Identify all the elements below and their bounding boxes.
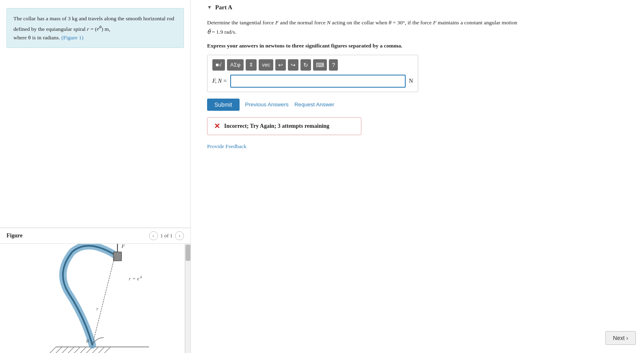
input-row: F, N = N — [212, 75, 413, 88]
svg-line-2 — [56, 347, 62, 353]
problem-description: Determine the tangential force F and the… — [207, 18, 573, 37]
next-button[interactable]: Next › — [605, 331, 636, 345]
error-text: Incorrect; Try Again; 3 attempts remaini… — [224, 123, 329, 129]
theta-dot-text: θ̇ = 1.9 rad/s. — [207, 29, 236, 35]
help-button[interactable]: ? — [329, 59, 338, 71]
figure-nav: ‹ 1 of 1 › — [149, 231, 184, 240]
request-answer-link[interactable]: Request Answer — [294, 101, 334, 108]
figure-scrollbar[interactable] — [185, 244, 190, 353]
right-panel: ▼ Part A Determine the tangential force … — [191, 0, 644, 353]
previous-answers-link[interactable]: Previous Answers — [245, 101, 289, 108]
figure-counter: 1 of 1 — [160, 232, 173, 239]
svg-line-6 — [80, 347, 86, 353]
svg-rect-11 — [113, 252, 121, 261]
error-box: ✕ Incorrect; Try Again; 3 attempts remai… — [207, 117, 361, 135]
svg-text:r = e: r = e — [129, 276, 139, 282]
svg-line-14 — [93, 257, 115, 345]
answer-input[interactable] — [230, 75, 406, 88]
figure-link[interactable]: (Figure 1) — [61, 34, 83, 41]
svg-text:θ: θ — [140, 275, 142, 279]
svg-line-4 — [68, 347, 74, 353]
redo-button[interactable]: ↪ — [288, 59, 298, 71]
figure-prev-btn[interactable]: ‹ — [149, 231, 158, 240]
figure-svg: F r r = e θ θ — [0, 244, 185, 353]
svg-line-10 — [104, 347, 110, 353]
submit-button[interactable]: Submit — [207, 99, 240, 111]
keyboard-button[interactable]: ⌨ — [313, 59, 327, 71]
unit-label: N — [409, 78, 413, 84]
figure-canvas: F r r = e θ θ — [0, 243, 190, 353]
vec-button[interactable]: vec — [259, 59, 273, 71]
express-instruction: Express your answers in newtons to three… — [207, 43, 632, 49]
figure-header: Figure ‹ 1 of 1 › — [0, 228, 190, 243]
figure-title: Figure — [6, 232, 22, 239]
svg-text:F: F — [121, 244, 125, 249]
problem-formula: r = (eθ) m, — [87, 26, 110, 32]
svg-line-9 — [98, 347, 104, 353]
problem-text-suffix: where θ is in radians. — [13, 34, 60, 41]
figure-next-btn[interactable]: › — [175, 231, 184, 240]
svg-line-3 — [62, 347, 68, 353]
error-icon: ✕ — [214, 122, 220, 131]
svg-line-1 — [50, 347, 56, 353]
next-arrow: › — [626, 335, 628, 341]
undo-button[interactable]: ↩ — [275, 59, 286, 71]
matrix-button[interactable]: ■√ — [212, 59, 225, 71]
part-collapse-arrow[interactable]: ▼ — [207, 4, 212, 11]
svg-text:r: r — [96, 306, 98, 312]
math-input-box: ■√ AΣφ ⇕ vec ↩ ↪ ↻ ⌨ ? F, N = N — [207, 55, 418, 92]
refresh-button[interactable]: ↻ — [300, 59, 311, 71]
svg-text:θ: θ — [86, 338, 89, 344]
left-panel: The collar has a mass of 3 kg and travel… — [0, 0, 191, 353]
next-label: Next — [613, 335, 625, 341]
figure-scroll-thumb — [186, 245, 190, 261]
updown-button[interactable]: ⇕ — [246, 59, 257, 71]
problem-statement: The collar has a mass of 3 kg and travel… — [6, 8, 184, 48]
part-header: ▼ Part A — [207, 4, 632, 11]
part-label: Part A — [215, 4, 232, 11]
figure-section: Figure ‹ 1 of 1 › — [0, 228, 190, 353]
action-row: Submit Previous Answers Request Answer — [207, 99, 632, 111]
input-label: F, N = — [212, 78, 227, 84]
alpha-sigma-button[interactable]: AΣφ — [227, 59, 244, 71]
math-toolbar: ■√ AΣφ ⇕ vec ↩ ↪ ↻ ⌨ ? — [212, 59, 413, 71]
problem-text-main: Determine the tangential force F and the… — [207, 19, 517, 26]
svg-line-5 — [74, 347, 80, 353]
provide-feedback-link[interactable]: Provide Feedback — [207, 143, 246, 149]
